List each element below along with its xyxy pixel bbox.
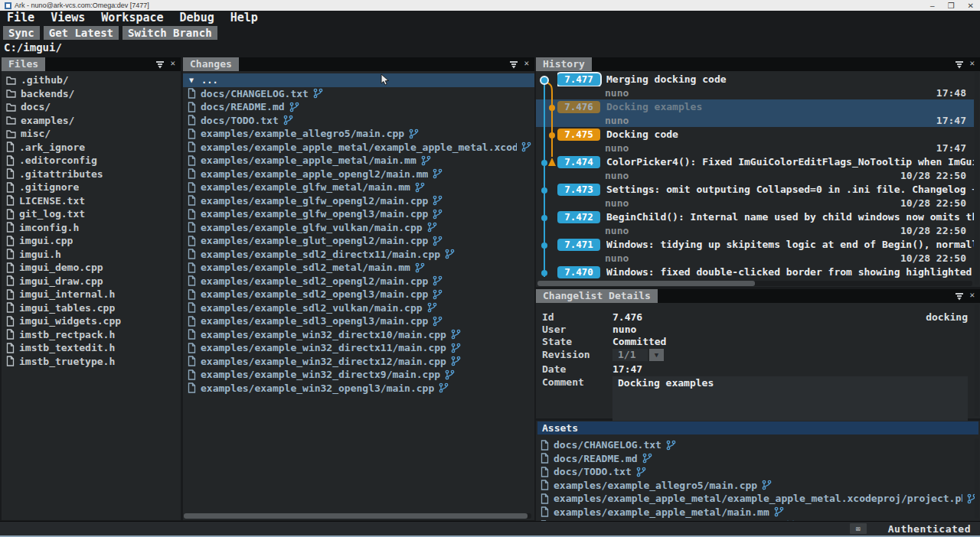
file-row[interactable]: examples/example_apple_opengl2/main.mm (183, 168, 534, 181)
file-row[interactable]: examples/example_apple_metal/example_app… (536, 492, 980, 506)
filter-icon[interactable] (952, 57, 967, 71)
menu-help[interactable]: Help (230, 11, 258, 24)
file-row[interactable]: docs/README.md (536, 452, 980, 466)
file-row[interactable]: examples/example_allegro5/main.cpp (536, 479, 980, 493)
file-icon (6, 182, 15, 193)
details-vscrollbar[interactable] (975, 304, 979, 416)
history-commit[interactable]: 7.475Docking codenuno17:47 (536, 127, 974, 155)
file-row[interactable]: .gitattributes (2, 168, 181, 181)
menu-debug[interactable]: Debug (180, 11, 214, 24)
history-commit[interactable]: 7.474ColorPicker4(): Fixed ImGuiColorEdi… (536, 155, 974, 182)
file-row[interactable]: examples/example_apple_metal/main.mm (183, 154, 534, 168)
file-row[interactable]: docs/CHANGELOG.txt (183, 87, 534, 101)
envelope-icon[interactable]: ✉ (850, 523, 867, 534)
file-row[interactable]: examples/example_sdl2_vulkan/main.cpp (183, 301, 534, 315)
tab-history[interactable]: History (536, 57, 592, 71)
file-row[interactable]: examples/example_glut_opengl2/main.cpp (183, 234, 534, 248)
file-row[interactable]: .ark_ignore (2, 141, 181, 155)
file-row[interactable]: examples/example_allegro5/main.cpp (183, 127, 534, 141)
file-name: examples/example_sdl2_metal/main.mm (201, 262, 410, 273)
assets-list: docs/CHANGELOG.txtdocs/README.mddocs/TOD… (536, 438, 980, 521)
history-commit[interactable]: 7.477Merging docking codenuno17:48 (536, 72, 974, 99)
assets-vscrollbar[interactable] (975, 438, 979, 519)
maximize-button[interactable]: ❐ (948, 2, 955, 10)
mouse-cursor (381, 73, 390, 86)
file-row[interactable]: examples/example_win32_opengl3/main.cpp (183, 382, 534, 395)
file-row[interactable]: examples/example_glfw_vulkan/main.cpp (183, 221, 534, 235)
changes-root-row[interactable]: ▼ ... (183, 73, 534, 87)
auth-status: Authenticated (888, 523, 971, 535)
sync-button[interactable]: Sync (3, 26, 40, 40)
file-row[interactable]: imgui_internal.h (2, 288, 181, 301)
close-panel-icon[interactable]: ✕ (967, 289, 980, 303)
file-row[interactable]: examples/example_win32_directx12/main.cp… (183, 355, 534, 369)
file-row[interactable]: examples/example_glfw_opengl3/main.cpp (183, 207, 534, 221)
scrollbar-thumb[interactable] (537, 281, 755, 286)
menu-views[interactable]: Views (51, 11, 85, 24)
file-row[interactable]: .gitignore (2, 181, 181, 194)
close-panel-icon[interactable]: ✕ (521, 57, 534, 71)
tab-changes[interactable]: Changes (183, 57, 239, 71)
file-row[interactable]: examples/example_sdl3_opengl3/main.cpp (183, 314, 534, 328)
tab-changelist-details[interactable]: Changelist Details (536, 289, 658, 303)
menu-file[interactable]: File (7, 11, 34, 24)
file-row[interactable]: examples/example_win32_directx11/main.cp… (183, 341, 534, 355)
file-row[interactable]: examples/example_apple_metal/example_app… (183, 141, 534, 155)
minimize-button[interactable]: – (930, 2, 935, 10)
file-row[interactable]: imstb_truetype.h (2, 355, 181, 369)
file-row[interactable]: examples/example_glfw_metal/main.mm (183, 181, 534, 194)
file-row[interactable]: examples/example_glfw_opengl2/main.cpp (183, 194, 534, 208)
file-row[interactable]: imgui_demo.cpp (2, 261, 181, 275)
file-row[interactable]: docs/README.md (183, 100, 534, 114)
revision-value[interactable]: 1/1 (612, 349, 648, 361)
menu-workspace[interactable]: Workspace (101, 11, 163, 24)
close-panel-icon[interactable]: ✕ (168, 57, 181, 71)
file-row[interactable]: examples/example_sdl2_directx11/main.cpp (183, 248, 534, 262)
history-commit[interactable]: 7.470Windows: fixed double-clicked borde… (536, 265, 974, 281)
tab-files[interactable]: Files (2, 57, 45, 71)
file-row[interactable]: docs/TODO.txt (536, 465, 980, 479)
get-latest-button[interactable]: Get Latest (44, 26, 119, 40)
file-row[interactable]: LICENSE.txt (2, 194, 181, 208)
file-row[interactable]: imstb_rectpack.h (2, 328, 181, 342)
folder-row[interactable]: docs/ (2, 100, 181, 114)
folder-row[interactable]: backends/ (2, 87, 181, 101)
file-row[interactable]: imgui_draw.cpp (2, 275, 181, 288)
switch-branch-button[interactable]: Switch Branch (122, 26, 217, 40)
folder-row[interactable]: examples/ (2, 114, 181, 128)
file-row[interactable]: imstb_textedit.h (2, 341, 181, 355)
file-row[interactable]: imgui.cpp (2, 234, 181, 248)
branch-icon (415, 262, 425, 273)
file-row[interactable]: examples/example_sdl2_opengl2/main.cpp (183, 275, 534, 288)
file-row[interactable]: imgui_widgets.cpp (2, 314, 181, 328)
history-commit[interactable]: 7.472BeginChild(): Internal name used by… (536, 210, 974, 237)
history-vscrollbar[interactable] (975, 72, 979, 285)
file-row[interactable]: examples/example_sdl2_opengl3/main.cpp (183, 288, 534, 301)
file-icon (188, 356, 196, 366)
folder-row[interactable]: .github/ (2, 73, 181, 87)
revision-dropdown-icon[interactable]: ▼ (649, 349, 664, 361)
filter-icon[interactable] (506, 57, 521, 71)
comment-box[interactable]: Docking examples (612, 376, 968, 421)
file-row[interactable]: examples/example_sdl2_metal/main.mm (183, 261, 534, 275)
file-row[interactable]: .editorconfig (2, 154, 181, 168)
filter-icon[interactable] (152, 57, 168, 71)
file-row[interactable]: docs/CHANGELOG.txt (536, 438, 980, 452)
file-row[interactable]: examples/example_apple_metal/main.mm (536, 506, 980, 519)
close-window-button[interactable]: ✕ (968, 2, 974, 10)
close-panel-icon[interactable]: ✕ (967, 57, 980, 71)
history-commit[interactable]: 7.476Docking examplesnuno17:47 (536, 99, 974, 127)
file-row[interactable]: imgui_tables.cpp (2, 301, 181, 315)
scrollbar-thumb[interactable] (184, 513, 528, 519)
file-row[interactable]: examples/example_win32_directx9/main.cpp (183, 368, 534, 382)
history-commit[interactable]: 7.473Settings: omit outputing Collapsed=… (536, 182, 974, 210)
file-row[interactable]: docs/TODO.txt (183, 114, 534, 128)
file-row[interactable]: imgui.h (2, 248, 181, 262)
file-row[interactable]: examples/example_win32_directx10/main.cp… (183, 328, 534, 342)
history-commit[interactable]: 7.471Windows: tidying up skipitems logic… (536, 237, 974, 265)
tree-expand-icon[interactable]: ▼ (189, 76, 194, 84)
file-row[interactable]: imconfig.h (2, 221, 181, 235)
file-row[interactable]: git_log.txt (2, 207, 181, 221)
folder-row[interactable]: misc/ (2, 127, 181, 141)
filter-icon[interactable] (952, 289, 967, 303)
